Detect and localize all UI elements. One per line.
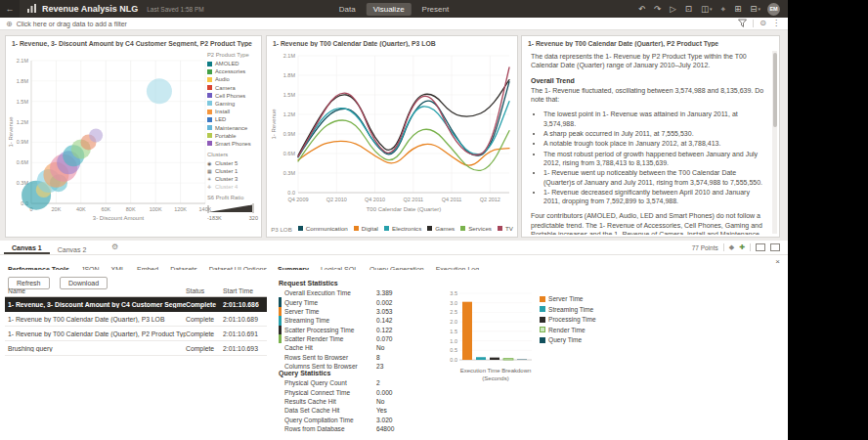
column-status[interactable]: Status: [186, 287, 223, 294]
canvas-settings-icon[interactable]: ⚙: [111, 242, 118, 253]
legend-item-cell-phones[interactable]: Cell Phones: [207, 93, 258, 99]
canvas-tab-canvas-2[interactable]: Canvas 2: [50, 244, 95, 254]
scatter-panel[interactable]: 1- Revenue, 3- Discount Amount by C4 Cus…: [5, 35, 262, 238]
canvas-tab-canvas-1[interactable]: Canvas 1: [4, 242, 50, 254]
table-row[interactable]: 1- Revenue by T00 Calendar Date (Quarter…: [5, 312, 267, 327]
legend-swatch: [207, 110, 212, 114]
legend-item-digital[interactable]: Digital: [354, 225, 378, 232]
cluster-item-cluster-5[interactable]: ◉Cluster 5: [207, 160, 258, 166]
app-logo-icon: [26, 0, 37, 18]
stat-value: 3.053: [376, 308, 393, 315]
bar-legend-item-render-time[interactable]: Render Time: [540, 327, 596, 333]
table-row[interactable]: 1- Revenue, 3- Discount Amount by C4 Cus…: [5, 297, 267, 312]
legend-item-smart-phones[interactable]: Smart Phones: [207, 141, 258, 147]
stat-row: Scatter Processing Time0.122: [279, 326, 447, 334]
legend-item-services[interactable]: Services: [460, 225, 492, 232]
table-row[interactable]: Brushing queryComplete2:01:10.693: [5, 341, 267, 356]
legend-item-tv[interactable]: TV: [498, 225, 513, 232]
nav-tab-visualize[interactable]: Visualize: [367, 3, 412, 16]
stat-value: 0.122: [376, 327, 393, 333]
scrollbar-track[interactable]: [772, 51, 777, 234]
export-icon[interactable]: ⊞: [734, 5, 741, 14]
quality-icon[interactable]: ◆: [729, 243, 734, 251]
nlg-contributors: Four contributors (AMOLED, Audio, LED an…: [531, 211, 766, 235]
query-table: Name Status Start Time 1- Revenue, 3- Di…: [5, 286, 267, 356]
undo-icon[interactable]: ↶: [638, 5, 645, 14]
insight-pin-icon[interactable]: ⌖: [720, 5, 725, 14]
single-layout-icon[interactable]: [756, 243, 765, 251]
scatter-chart[interactable]: 0.00.3M0.6M0.9M1.2M1.5M1.8M2.1M020K40K60…: [6, 49, 211, 235]
avatar[interactable]: EM: [767, 3, 780, 16]
cluster-item-cluster-1[interactable]: ▦Cluster 1: [207, 168, 258, 174]
bar-legend-item-query-time[interactable]: Query Time: [540, 336, 596, 343]
stat-label: Results Cache Hit: [284, 398, 376, 405]
legend-item-camera[interactable]: Camera: [207, 85, 258, 91]
column-name[interactable]: Name: [8, 287, 186, 294]
legend-swatch: [460, 226, 465, 231]
legend-label: Accessories: [215, 68, 245, 74]
legend-swatch: [207, 133, 212, 138]
close-panel-icon[interactable]: ×: [775, 257, 780, 266]
svg-text:0.6M: 0.6M: [283, 151, 296, 156]
cell-start-time: 2:01:10.686: [223, 301, 264, 308]
legend-item-install[interactable]: Install: [207, 109, 258, 114]
legend-item-led[interactable]: LED: [207, 116, 258, 122]
canvas-layout-icon[interactable]: ◫▾: [701, 5, 713, 14]
cluster-marker-icon: ◉: [207, 160, 212, 166]
bar-legend-item-streaming-time[interactable]: Streaming Time: [540, 306, 596, 313]
cluster-item-cluster-3[interactable]: ✳Cluster 3: [207, 176, 258, 182]
line-legend-title: P3 LOB: [271, 226, 292, 233]
legend-item-communication[interactable]: Communication: [298, 225, 348, 232]
add-insight-icon[interactable]: ✚: [739, 243, 745, 251]
execution-bar-chart[interactable]: 0.00.51.01.52.02.53.03.5Execution Time B…: [442, 287, 540, 391]
back-button[interactable]: ←: [0, 0, 20, 18]
kebab-menu-icon[interactable]: ⋮: [772, 20, 780, 27]
bar-legend-item-server-time[interactable]: Server Time: [540, 295, 596, 302]
column-start-time[interactable]: Start Time: [223, 287, 264, 294]
legend-item-games[interactable]: Games: [427, 225, 455, 232]
legend-item-audio[interactable]: Audio: [207, 76, 258, 82]
svg-text:T00 Calendar Date (Quarter): T00 Calendar Date (Quarter): [367, 206, 442, 212]
filter-bar[interactable]: ⊕ Click here or drag data to add a filte…: [0, 18, 788, 30]
split-layout-icon[interactable]: [770, 243, 780, 251]
scatter-panel-title: 1- Revenue, 3- Discount Amount by C4 Cus…: [6, 36, 261, 47]
line-chart[interactable]: 0.00.3M0.6M0.9M1.2M1.5M1.8M2.1MQ4 2009Q2…: [269, 48, 515, 222]
legend-item-amoled[interactable]: AMOLED: [207, 61, 258, 66]
svg-text:2.1M: 2.1M: [17, 58, 29, 64]
cluster-item-cluster-4[interactable]: ✚Cluster 4: [207, 184, 258, 190]
preview-icon[interactable]: ▷: [670, 5, 676, 14]
profit-ratio-gradient[interactable]: [207, 208, 254, 214]
divider: [753, 20, 754, 27]
legend-item-portable[interactable]: Portable: [207, 133, 258, 139]
add-filter-icon[interactable]: ⊕: [6, 20, 13, 28]
legend-swatch: [540, 317, 545, 323]
nav-tab-data[interactable]: Data: [332, 3, 363, 16]
legend-label: Processing Time: [548, 316, 596, 323]
gradient-legend-title: S6 Profit Ratio: [207, 195, 258, 200]
touch-mode-icon[interactable]: ⊡: [685, 5, 692, 14]
funnel-icon[interactable]: [738, 19, 747, 28]
legend-item-electronics[interactable]: Electronics: [384, 225, 421, 232]
scrollbar-thumb[interactable]: [773, 53, 777, 127]
legend-item-gaming[interactable]: Gaming: [207, 101, 258, 107]
query-statistics-heading: Query Statistics: [279, 370, 447, 376]
stat-marker: [279, 297, 282, 306]
stat-marker: [279, 316, 282, 325]
line-panel[interactable]: 1- Revenue by T00 Calendar Date (Quarter…: [266, 35, 518, 238]
stat-label: Data Set Cache Hit: [284, 407, 376, 414]
redo-icon[interactable]: ↷: [654, 5, 661, 14]
nav-tab-present[interactable]: Present: [415, 3, 456, 16]
pin-icon[interactable]: ⊙: [760, 20, 766, 27]
save-icon[interactable]: ⊟▾: [750, 5, 760, 14]
stat-value: 0.070: [376, 335, 393, 342]
legend-item-maintenance[interactable]: Maintenance: [207, 125, 258, 131]
legend-swatch: [540, 327, 545, 332]
table-row[interactable]: 1- Revenue by T00 Calendar Date (Quarter…: [5, 327, 267, 341]
svg-text:Q4 2009: Q4 2009: [287, 197, 308, 202]
stat-label: Physical Connect Time: [284, 389, 376, 396]
svg-text:1.0: 1.0: [450, 338, 457, 344]
legend-item-accessories[interactable]: Accessories: [207, 68, 258, 74]
nlg-panel[interactable]: 1- Revenue by T00 Calendar Date (Quarter…: [521, 35, 780, 238]
bar-legend-item-processing-time[interactable]: Processing Time: [540, 316, 596, 323]
points-count: 77 Points: [692, 244, 718, 251]
